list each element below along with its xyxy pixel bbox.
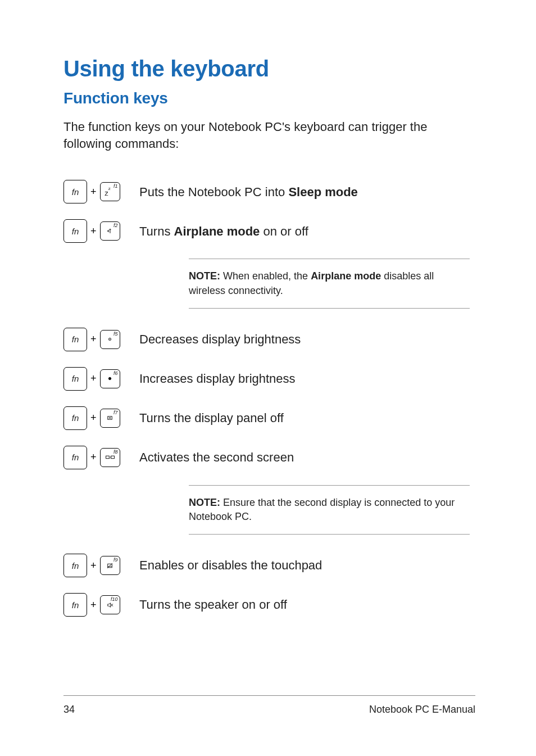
key-combo: fn + f9 <box>63 554 139 577</box>
shortcut-description: Turns the speaker on or off <box>139 596 287 613</box>
brightness-up-icon <box>106 375 113 382</box>
section-heading: Function keys <box>63 89 475 107</box>
plus-sign: + <box>90 451 97 463</box>
fn-key: fn <box>63 554 87 577</box>
fn-key: fn <box>63 367 87 391</box>
note-airplane: NOTE: When enabled, the Airplane mode di… <box>189 259 470 308</box>
shortcut-row-f1: fn + f1 zz Puts the Notebook PC into Sle… <box>63 180 475 203</box>
f8-key: f8 / <box>100 448 120 467</box>
touchpad-icon <box>106 562 113 569</box>
fn-key: fn <box>63 446 87 469</box>
svg-rect-8 <box>111 456 114 459</box>
shortcut-row-f5: fn + f5 Decreases display brightness <box>63 328 475 351</box>
page-number: 34 <box>63 704 75 716</box>
key-combo: fn + f1 zz <box>63 180 139 203</box>
svg-rect-6 <box>106 456 109 459</box>
brightness-down-icon <box>106 336 113 343</box>
f2-key: f2 <box>100 221 120 241</box>
plus-sign: + <box>90 560 97 572</box>
sleep-icon: zz <box>107 188 113 196</box>
plus-sign: + <box>90 412 97 424</box>
f-label: f2 <box>113 223 118 228</box>
shortcut-description: Increases display brightness <box>139 370 296 387</box>
plus-sign: + <box>90 599 97 611</box>
key-combo: fn + f8 / <box>63 446 139 469</box>
shortcut-description: Turns the display panel off <box>139 410 284 427</box>
f5-key: f5 <box>100 330 120 349</box>
speaker-mute-icon <box>106 601 114 609</box>
shortcut-description: Activates the second screen <box>139 449 294 466</box>
plus-sign: + <box>90 186 97 198</box>
f6-key: f6 <box>100 369 120 388</box>
fn-key: fn <box>63 328 87 351</box>
f7-key: f7 <box>100 409 120 428</box>
footer-title: Notebook PC E-Manual <box>369 704 475 716</box>
intro-paragraph: The function keys on your Notebook PC's … <box>63 119 475 152</box>
f-label: f6 <box>113 370 118 376</box>
airplane-icon <box>106 227 114 235</box>
shortcut-row-f7: fn + f7 Turns the display panel off <box>63 406 475 430</box>
plus-sign: + <box>90 333 97 345</box>
fn-key: fn <box>63 593 87 617</box>
page-footer: 34 Notebook PC E-Manual <box>63 695 475 716</box>
shortcut-description: Decreases display brightness <box>139 331 301 348</box>
key-combo: fn + f5 <box>63 328 139 351</box>
key-combo: fn + f7 <box>63 406 139 430</box>
f-label: f8 <box>113 449 118 455</box>
page-content: Using the keyboard Function keys The fun… <box>0 0 536 617</box>
second-screen-icon: / <box>106 454 115 461</box>
key-combo: fn + f10 <box>63 593 139 617</box>
shortcut-row-f2: fn + f2 Turns Airplane mode on or off <box>63 219 475 243</box>
f1-key: f1 zz <box>100 182 120 201</box>
key-combo: fn + f2 <box>63 219 139 243</box>
fn-key: fn <box>63 406 87 430</box>
shortcut-row-f6: fn + f6 Increases display brightness <box>63 367 475 391</box>
f-label: f7 <box>113 410 118 415</box>
f10-key: f10 <box>100 595 120 614</box>
shortcut-row-f8: fn + f8 / Activates the second screen <box>63 446 475 469</box>
svg-point-2 <box>108 378 111 380</box>
plus-sign: + <box>90 225 97 237</box>
fn-key: fn <box>63 180 87 203</box>
f9-key: f9 <box>100 556 120 575</box>
shortcut-description: Turns Airplane mode on or off <box>139 223 308 240</box>
svg-text:/: / <box>110 455 111 459</box>
shortcut-row-f10: fn + f10 Turns the speaker on or off <box>63 593 475 617</box>
f-label: f5 <box>113 331 118 337</box>
shortcut-description: Puts the Notebook PC into Sleep mode <box>139 184 358 201</box>
svg-point-1 <box>110 339 111 340</box>
f-label: f1 <box>113 183 118 189</box>
key-combo: fn + f6 <box>63 367 139 391</box>
plus-sign: + <box>90 373 97 384</box>
note-second-display: NOTE: Ensure that the second display is … <box>189 485 470 535</box>
display-off-icon <box>106 414 113 422</box>
shortcut-row-f9: fn + f9 Enables or disables the touchpad <box>63 554 475 577</box>
f-label: f9 <box>113 557 118 563</box>
shortcut-description: Enables or disables the touchpad <box>139 557 322 574</box>
fn-key: fn <box>63 219 87 243</box>
page-title: Using the keyboard <box>63 56 475 82</box>
f-label: f10 <box>111 596 118 602</box>
